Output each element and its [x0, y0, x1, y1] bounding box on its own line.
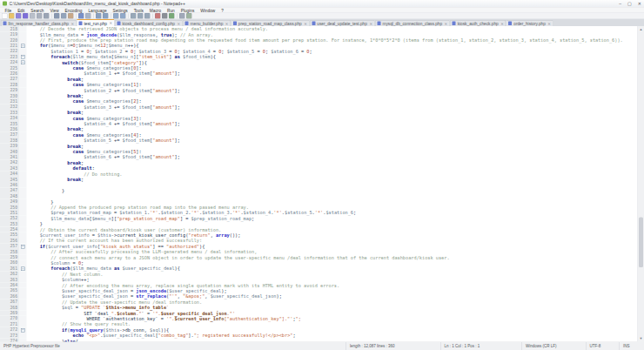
code-pane[interactable]: 218 // Decode the retrieved JSON objects…: [0, 26, 638, 342]
menu-item-tools[interactable]: Tools: [131, 8, 146, 13]
tab-order_history[interactable]: order_history.php✕: [506, 20, 553, 26]
menu-item-edit[interactable]: Edit: [15, 8, 28, 13]
tab-close-icon[interactable]: ✕: [70, 21, 74, 25]
undo-icon[interactable]: [78, 13, 84, 19]
fold-collapse-icon[interactable]: −: [21, 44, 25, 48]
tab-close-icon[interactable]: ✕: [225, 21, 229, 25]
new-file-icon[interactable]: [2, 13, 8, 19]
code-text: }else{: [27, 338, 78, 341]
show-all-chars-icon[interactable]: [138, 13, 144, 19]
scrollbar-track[interactable]: [638, 32, 644, 336]
menu-item-plugins[interactable]: Plugins: [178, 8, 198, 13]
tab-label: kiosk_dashboard_config.php: [122, 21, 174, 26]
tab-prep_station_road_map_class[interactable]: prep_station_road_map_class.php✕: [231, 20, 309, 26]
find-icon[interactable]: [96, 13, 102, 19]
line-number: 274: [0, 338, 20, 341]
tab-close-icon[interactable]: ✕: [445, 21, 448, 25]
cut-icon[interactable]: [54, 13, 60, 19]
tab-kiosk_auth_check[interactable]: kiosk_auth_check.php✕: [450, 20, 506, 26]
maximize-button[interactable]: ▢: [627, 1, 632, 6]
tab-bar: llm_response_handler_class.php✕test_run.…: [0, 19, 644, 26]
tab-user_deal_update_test[interactable]: user_deal_update_test.php✕: [310, 20, 375, 26]
print-icon[interactable]: [44, 13, 50, 19]
status-eol-format[interactable]: Windows (CR LF): [522, 342, 587, 350]
fold-collapse-icon[interactable]: −: [21, 61, 25, 65]
vertical-scrollbar[interactable]: ▲ ▼: [638, 26, 644, 342]
scrollbar-thumb[interactable]: [639, 218, 643, 268]
tab-label: kiosk_auth_check.php: [458, 21, 499, 26]
menu-item-settings[interactable]: Settings: [110, 8, 131, 13]
status-doc-type: PHP Hypertext Preprocessor file: [0, 342, 346, 350]
tab-close-icon[interactable]: ✕: [304, 21, 307, 25]
stop-macro-icon[interactable]: [162, 13, 168, 19]
status-encoding[interactable]: UTF-8: [587, 342, 621, 350]
tab-close-icon[interactable]: ✕: [500, 21, 504, 25]
menu-item-view[interactable]: View: [47, 8, 62, 13]
file-icon: [185, 22, 189, 26]
replace-icon[interactable]: [103, 13, 109, 19]
tab-close-icon[interactable]: ✕: [547, 21, 551, 25]
file-icon: [508, 22, 512, 26]
paste-icon[interactable]: [68, 13, 74, 19]
code-text: // connect each menu array to a JSON obj…: [27, 254, 450, 259]
code-text: $llm_menu_data[$menu_n]["prep_station_ro…: [27, 216, 255, 221]
fold-collapse-icon[interactable]: −: [21, 55, 25, 59]
menu-item-language[interactable]: Language: [85, 8, 110, 13]
tab-llm_response_handler_class[interactable]: llm_response_handler_class.php✕: [1, 20, 77, 26]
tab-close-icon[interactable]: ✕: [109, 21, 112, 25]
status-insert-mode[interactable]: INS: [620, 342, 644, 350]
toolbar-separator: [51, 14, 52, 19]
save-all-icon[interactable]: [23, 13, 29, 19]
status-caret-info: Ln : 1 Col : 1 Pos : 1: [441, 342, 523, 350]
menu-item-macro[interactable]: Macro: [146, 8, 164, 13]
tab-label: prep_station_road_map_class.php: [238, 21, 302, 26]
open-file-icon[interactable]: [9, 13, 15, 19]
zoom-out-icon[interactable]: [120, 13, 126, 19]
scroll-up-arrow-icon[interactable]: ▲: [638, 26, 644, 32]
window-title: C:\Users\Dev\Desktop\KioskDashboard\llm_…: [10, 1, 620, 6]
toolbar-separator: [93, 14, 94, 19]
menu-item-run[interactable]: Run: [164, 8, 178, 13]
fold-collapse-icon[interactable]: −: [21, 245, 25, 249]
close-button[interactable]: ✕: [638, 1, 641, 6]
record-macro-icon[interactable]: [155, 13, 161, 19]
function-list-icon[interactable]: [179, 13, 185, 19]
word-wrap-icon[interactable]: [131, 13, 137, 19]
fold-collapse-icon[interactable]: −: [21, 266, 25, 271]
tab-menu_builder[interactable]: menu_builder.php✕: [183, 20, 231, 26]
redo-icon[interactable]: [85, 13, 91, 19]
tab-label: user_deal_update_test.php: [317, 21, 367, 26]
file-icon: [3, 22, 7, 26]
menu-item-window[interactable]: Window: [198, 8, 218, 13]
zoom-in-icon[interactable]: [113, 13, 119, 19]
status-bar: PHP Hypertext Preprocessor file length :…: [0, 342, 644, 350]
code-line: 274 }else{: [0, 338, 638, 341]
menu-item-file[interactable]: File: [2, 8, 15, 13]
indent-guide-icon[interactable]: [144, 13, 151, 19]
close-icon[interactable]: [30, 13, 36, 19]
file-icon: [79, 21, 83, 25]
fold-collapse-icon[interactable]: −: [21, 328, 25, 333]
toolbar-separator: [152, 14, 153, 19]
menu-item-[interactable]: ?: [218, 8, 227, 13]
toolbar: [0, 13, 644, 19]
tab-label: test_run.php: [84, 21, 107, 26]
tab-kiosk_dashboard_config[interactable]: kiosk_dashboard_config.php✕: [115, 20, 183, 26]
minimize-button[interactable]: –: [619, 1, 621, 6]
scroll-down-arrow-icon[interactable]: ▼: [638, 336, 644, 342]
tab-mysql_db_connection_class[interactable]: mysql_db_connection_class.php✕: [375, 20, 450, 26]
tab-test_run[interactable]: test_run.php✕: [77, 19, 114, 26]
editor-area[interactable]: 218 // Decode the retrieved JSON objects…: [0, 26, 644, 342]
play-macro-icon[interactable]: [169, 13, 175, 19]
copy-icon[interactable]: [61, 13, 67, 19]
close-all-icon[interactable]: [37, 13, 43, 19]
title-bar: C:\Users\Dev\Desktop\KioskDashboard\llm_…: [0, 0, 644, 8]
fold-margin: [20, 338, 27, 341]
menu-item-search[interactable]: Search: [28, 8, 47, 13]
toolbar-separator: [76, 14, 77, 19]
monitor-icon[interactable]: [186, 13, 192, 19]
save-icon[interactable]: [16, 13, 22, 19]
tab-close-icon[interactable]: ✕: [369, 21, 372, 25]
menu-item-encoding[interactable]: Encoding: [62, 8, 85, 13]
tab-close-icon[interactable]: ✕: [177, 21, 180, 25]
